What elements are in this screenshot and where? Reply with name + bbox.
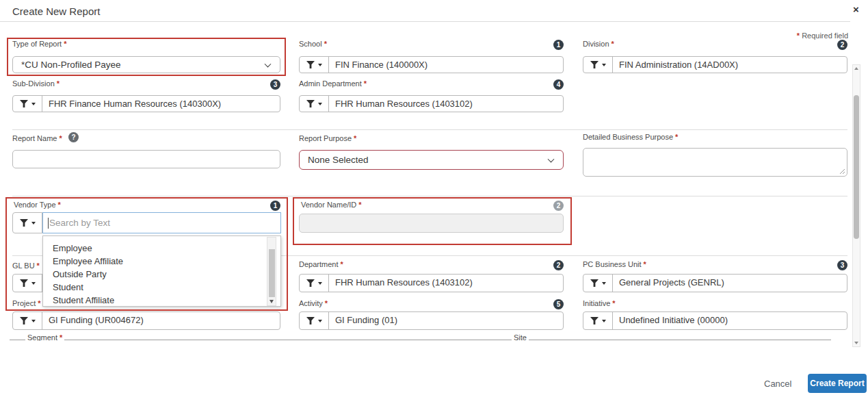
close-icon[interactable]: × — [853, 3, 859, 15]
site-label: Site — [512, 333, 529, 341]
project-label: Project* — [12, 299, 41, 307]
funnel-icon — [20, 279, 28, 287]
funnel-icon — [306, 279, 315, 287]
division-filter-button[interactable] — [583, 57, 613, 73]
project-value: GI Funding (UR004672) — [42, 312, 280, 329]
report-purpose-label: Report Purpose* — [299, 134, 356, 142]
division-label: Division* — [583, 40, 614, 48]
vendor-type-step-badge: 1 — [270, 201, 280, 211]
clipped-next-row: Segment* Site — [0, 333, 850, 341]
activity-filter-button[interactable] — [300, 312, 329, 329]
initiative-value: Undefined Initiative (00000) — [613, 312, 847, 329]
admin-department-combobox[interactable]: FHR Human Resources (1403102) — [299, 95, 564, 112]
type-of-report-label: Type of Report* — [12, 40, 66, 48]
admin-department-value: FHR Human Resources (1403102) — [329, 96, 563, 112]
required-field-note: *Required field — [797, 31, 848, 40]
dropdown-option[interactable]: Student — [43, 281, 280, 294]
required-asterisk: * — [797, 31, 800, 40]
school-filter-button[interactable] — [300, 57, 329, 73]
cancel-button[interactable]: Cancel — [764, 379, 791, 389]
funnel-icon — [590, 317, 599, 324]
department-combobox[interactable]: FHR Human Resources (1403102) — [299, 274, 564, 292]
create-report-button[interactable]: Create Report — [808, 374, 867, 393]
funnel-icon — [20, 317, 28, 324]
division-value: FIN Administration (14AD00X) — [613, 57, 847, 73]
dropdown-option[interactable]: Student Affiliate — [43, 294, 280, 307]
school-value: FIN Finance (140000X) — [329, 57, 563, 73]
report-purpose-select[interactable]: None Selected — [299, 150, 564, 170]
vendor-type-filter-button[interactable] — [12, 212, 42, 233]
text-cursor — [48, 218, 49, 229]
report-purpose-value: None Selected — [308, 155, 369, 165]
scroll-up-arrow-icon[interactable] — [854, 67, 858, 70]
division-step-badge: 2 — [837, 40, 847, 50]
vendor-name-id-step-badge: 2 — [553, 201, 564, 211]
scroll-down-arrow-icon[interactable] — [269, 300, 274, 303]
dropdown-option[interactable]: Employee Affiliate — [43, 255, 280, 268]
school-combobox[interactable]: FIN Finance (140000X) — [299, 56, 564, 73]
scroll-down-arrow-icon[interactable] — [854, 342, 858, 344]
modal-scrollbar[interactable] — [852, 64, 860, 347]
project-filter-button[interactable] — [13, 312, 42, 329]
section-divider — [12, 196, 847, 196]
type-of-report-value: *CU Non-Profiled Payee — [21, 60, 121, 70]
gl-bu-filter-button[interactable] — [13, 275, 42, 292]
dropdown-scrollbar[interactable] — [267, 237, 276, 306]
department-value: FHR Human Resources (1403102) — [329, 275, 563, 292]
detailed-business-purpose-textarea[interactable] — [583, 148, 847, 177]
department-label: Department* — [299, 260, 343, 268]
vendor-name-id-label: Vendor Name/ID* — [301, 201, 362, 209]
sub-division-value: FHR Finance Human Resources (140300X) — [42, 96, 280, 112]
caret-down-icon — [31, 103, 36, 105]
caret-down-icon — [318, 103, 322, 105]
report-name-label: Report Name* — [12, 134, 62, 142]
vendor-type-label: Vendor Type* — [14, 201, 61, 209]
type-of-report-select[interactable]: *CU Non-Profiled Payee — [12, 56, 280, 73]
project-combobox[interactable]: GI Funding (UR004672) — [12, 311, 280, 330]
chevron-down-icon — [265, 60, 272, 67]
pc-business-unit-value: General Projects (GENRL) — [613, 275, 847, 292]
search-placeholder: Search by Text — [49, 218, 110, 228]
caret-down-icon — [31, 222, 36, 225]
department-filter-button[interactable] — [300, 275, 329, 292]
create-new-report-modal: Create New Report × *Required field Type… — [0, 0, 868, 395]
caret-down-icon — [602, 64, 606, 66]
division-combobox[interactable]: FIN Administration (14AD00X) — [583, 56, 847, 73]
caret-down-icon — [318, 282, 322, 285]
modal-title: Create New Report — [12, 5, 100, 17]
pc-business-unit-label: PC Business Unit* — [583, 260, 646, 268]
funnel-icon — [306, 317, 315, 324]
scrollbar-thumb[interactable] — [854, 95, 859, 239]
admin-department-filter-button[interactable] — [300, 96, 329, 112]
admin-department-step-badge: 4 — [553, 79, 564, 90]
resize-handle-icon[interactable] — [839, 168, 845, 175]
sub-division-step-badge: 3 — [270, 79, 280, 90]
dropdown-option[interactable]: Outside Party — [43, 268, 280, 281]
initiative-filter-button[interactable] — [583, 312, 613, 329]
caret-down-icon — [31, 320, 36, 322]
funnel-icon — [590, 61, 599, 68]
vendor-type-search-input[interactable]: Search by Text — [42, 212, 281, 233]
activity-label: Activity* — [299, 299, 328, 307]
initiative-label: Initiative* — [583, 299, 616, 307]
dropdown-option[interactable]: Employee — [43, 242, 280, 255]
activity-combobox[interactable]: GI Funding (01) — [299, 311, 564, 330]
pc-business-unit-filter-button[interactable] — [583, 275, 613, 292]
pc-business-unit-combobox[interactable]: General Projects (GENRL) — [583, 274, 847, 292]
gl-bu-label: GL BU* — [12, 262, 40, 270]
sub-division-label: Sub-Division* — [12, 79, 60, 88]
scrollbar-thumb[interactable] — [269, 249, 275, 297]
report-name-input[interactable] — [12, 150, 280, 168]
sub-division-filter-button[interactable] — [13, 96, 42, 112]
header-divider — [0, 21, 850, 22]
help-icon[interactable]: ? — [68, 132, 79, 142]
school-step-badge: 1 — [553, 40, 564, 50]
clip-edge-line — [10, 340, 831, 340]
activity-value: GI Funding (01) — [329, 312, 563, 329]
section-divider — [12, 129, 847, 130]
sub-division-combobox[interactable]: FHR Finance Human Resources (140300X) — [12, 95, 280, 112]
vendor-name-id-input — [299, 214, 564, 233]
pc-business-unit-step-badge: 3 — [837, 260, 847, 270]
department-step-badge: 2 — [553, 260, 564, 270]
initiative-combobox[interactable]: Undefined Initiative (00000) — [583, 311, 847, 330]
